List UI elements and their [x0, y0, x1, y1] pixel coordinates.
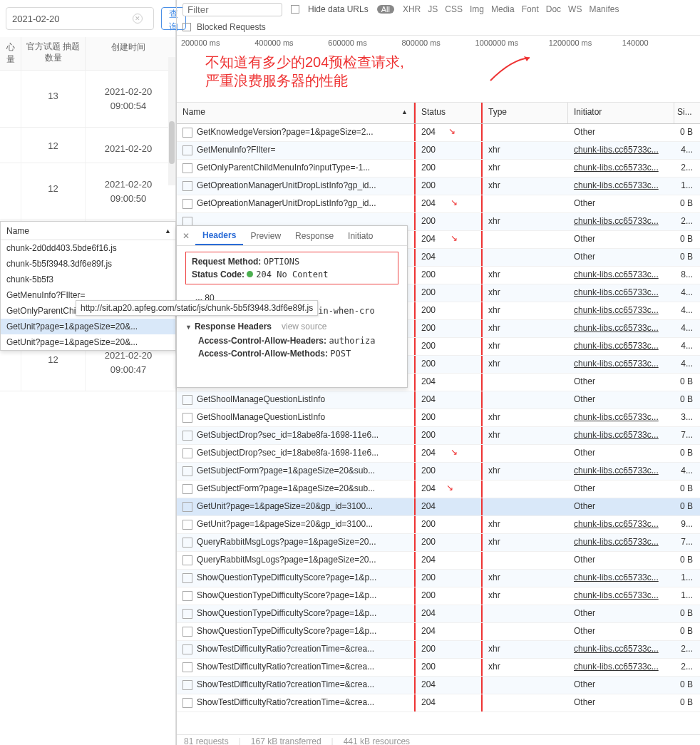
acah-value: authoriza [329, 336, 375, 346]
timeline-tick: 140000 [622, 38, 696, 47]
network-row[interactable]: GetSubjectDrop?sec_id=18abe8fa-1698-11e6… [177, 445, 700, 463]
network-row[interactable]: ShowQuestionTypeDifficultyScore?page=1&p… [177, 605, 700, 623]
general-box: Request Method: OPTIONS Status Code: 204… [185, 252, 398, 284]
url-tooltip: http://sit.ap20.apfeg.com/static/js/chun… [76, 300, 318, 316]
acam-label: Access-Control-Allow-Methods: [198, 349, 328, 359]
network-row[interactable]: ShowTestDifficultyRatio?creationTime=&cr… [177, 641, 700, 659]
list-item[interactable]: GetUnit?page=1&pageSize=20&... [1, 334, 175, 350]
view-source-link[interactable]: view source [282, 322, 326, 332]
row-checkbox[interactable] [182, 181, 192, 191]
network-row[interactable]: ShowTestDifficultyRatio?creationTime=&cr… [177, 659, 700, 677]
row-checkbox[interactable] [182, 538, 192, 548]
col-type[interactable]: Type [483, 103, 568, 123]
filter-type-js[interactable]: JS [428, 4, 438, 14]
network-row[interactable]: ShowQuestionTypeDifficultyScore?page=1&p… [177, 587, 700, 605]
timeline-tick: 800000 ms [401, 38, 475, 47]
row-checkbox[interactable] [182, 128, 192, 138]
row-checkbox[interactable] [182, 502, 192, 512]
sort-icon[interactable]: ▲ [165, 227, 175, 235]
timeline-tick: 600000 ms [328, 38, 401, 47]
network-row[interactable]: QueryRabbitMsgLogs?page=1&pageSize=20...… [177, 552, 700, 570]
network-row[interactable]: GetUnit?page=1&pageSize=20&gp_id=3100...… [177, 498, 700, 516]
row-checkbox[interactable] [182, 395, 192, 405]
tab-preview[interactable]: Preview [243, 226, 288, 245]
tab-headers[interactable]: Headers [195, 226, 243, 245]
filter-type-font[interactable]: Font [522, 4, 539, 14]
row-checkbox[interactable] [182, 413, 192, 423]
row-checkbox[interactable] [182, 145, 192, 155]
network-row[interactable]: GetShoolManageQuestionListInfo204Other0 … [177, 391, 700, 409]
list-item[interactable]: chunk-5b5f3948.3df6e89f.js [1, 256, 175, 272]
filter-type-css[interactable]: CSS [445, 4, 463, 14]
app-table-header: 心量 官方试题 抽题数量 创建时间 [0, 37, 175, 71]
network-row[interactable]: ShowQuestionTypeDifficultyScore?page=1&p… [177, 623, 700, 641]
network-row[interactable]: GetUnit?page=1&pageSize=20&gp_id=3100...… [177, 516, 700, 534]
network-row[interactable]: ShowTestDifficultyRatio?creationTime=&cr… [177, 694, 700, 712]
tab-response[interactable]: Response [288, 226, 341, 245]
filter-type-xhr[interactable]: XHR [403, 4, 421, 14]
network-row[interactable]: ShowTestDifficultyRatio?creationTime=&cr… [177, 677, 700, 694]
network-row[interactable]: GetOnlyParentChildMenuInfo?inputType=-1.… [177, 160, 700, 178]
blocked-checkbox[interactable] [182, 23, 191, 31]
filter-all[interactable]: All [377, 5, 394, 14]
acam-value: POST [330, 349, 351, 359]
clear-icon[interactable]: ✕ [133, 14, 143, 24]
filter-input[interactable] [182, 3, 282, 16]
annotation-arrow-icon [490, 56, 533, 84]
network-row[interactable]: GetShoolManageQuestionListInfo200xhrchun… [177, 409, 700, 427]
network-row[interactable]: GetSubjectForm?page=1&pageSize=20&sub...… [177, 481, 700, 498]
col-status[interactable]: Status [414, 103, 483, 123]
row-checkbox[interactable] [182, 484, 192, 494]
table-row[interactable]: 122021-02-20 09:00:50 [0, 163, 175, 220]
row-checkbox[interactable] [182, 163, 192, 173]
network-row[interactable]: GetSubjectForm?page=1&pageSize=20&sub...… [177, 463, 700, 481]
scrollbar[interactable] [168, 57, 175, 185]
table-row[interactable]: 122021-02-20 [0, 128, 175, 163]
network-row[interactable]: GetSubjectDrop?sec_id=18abe8fa-1698-11e6… [177, 427, 700, 445]
network-row[interactable]: GetOpreationManagerUnitDropListInfo?gp_i… [177, 178, 700, 195]
list-item[interactable]: chunk-2d0dd403.5bde6f16.js [1, 240, 175, 256]
row-checkbox[interactable] [182, 644, 192, 654]
row-checkbox[interactable] [182, 431, 192, 441]
filter-type-doc[interactable]: Doc [546, 4, 561, 14]
table-row[interactable]: 132021-02-20 09:00:54 [0, 71, 175, 128]
row-checkbox[interactable] [182, 591, 192, 601]
col-size[interactable]: Si... [674, 103, 696, 123]
col-name[interactable]: Name▲ [177, 103, 414, 123]
network-row[interactable]: GetMenuInfo?FIlter=200xhrchunk-libs.cc65… [177, 142, 700, 160]
network-row[interactable]: GetOpreationManagerUnitDropListInfo?gp_i… [177, 195, 700, 213]
network-row[interactable]: QueryRabbitMsgLogs?page=1&pageSize=20...… [177, 534, 700, 552]
row-checkbox[interactable] [182, 520, 192, 530]
sort-icon: ▲ [401, 108, 408, 115]
col-created: 创建时间 [86, 37, 171, 70]
row-checkbox[interactable] [182, 680, 192, 690]
row-checkbox[interactable] [182, 199, 192, 209]
float-header-name[interactable]: Name [1, 226, 165, 236]
network-row[interactable]: ShowQuestionTypeDifficultyScore?page=1&p… [177, 570, 700, 587]
float-panel: Name ▲ chunk-2d0dd403.5bde6f16.jschunk-5… [0, 221, 176, 351]
network-row[interactable]: GetKnowledgeVersion?page=1&pageSize=2...… [177, 124, 700, 142]
list-item[interactable]: chunk-5b5f3 [1, 272, 175, 287]
filter-type-media[interactable]: Media [491, 4, 515, 14]
scrollbar-thumb[interactable] [169, 121, 175, 164]
filter-type-manifes[interactable]: Manifes [589, 4, 619, 14]
row-checkbox[interactable] [182, 609, 192, 619]
app-panel: ✕ 查询 心量 官方试题 抽题数量 创建时间 132021-02-20 09:0… [0, 0, 176, 745]
filter-type-ws[interactable]: WS [568, 4, 582, 14]
date-input[interactable] [6, 7, 154, 30]
close-icon[interactable]: ✕ [177, 231, 195, 241]
row-checkbox[interactable] [182, 555, 192, 565]
tab-initiator[interactable]: Initiato [341, 226, 380, 245]
row-checkbox[interactable] [182, 662, 192, 672]
filter-type-img[interactable]: Img [470, 4, 484, 14]
hide-data-urls-checkbox[interactable] [291, 5, 299, 14]
col-initiator[interactable]: Initiator [568, 103, 674, 123]
list-item[interactable]: GetUnit?page=1&pageSize=20&... [1, 319, 175, 334]
row-checkbox[interactable] [182, 573, 192, 583]
row-checkbox[interactable] [182, 448, 192, 458]
row-checkbox[interactable] [182, 466, 192, 476]
caret-icon[interactable]: ▼ [185, 324, 192, 331]
row-checkbox[interactable] [182, 627, 192, 637]
row-checkbox[interactable] [182, 698, 192, 708]
timeline[interactable]: 200000 ms400000 ms600000 ms800000 ms1000… [177, 36, 700, 103]
